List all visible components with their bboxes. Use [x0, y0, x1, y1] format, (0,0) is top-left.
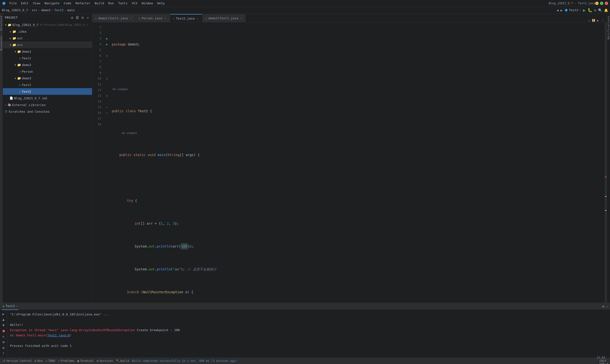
console-at-link[interactable]: Test2.java:8 [47, 334, 70, 337]
run-gear-btn[interactable]: ⚙ [1, 346, 6, 350]
nav-forward-icon[interactable]: ▶ [560, 8, 562, 12]
idea-label: .idea [17, 30, 26, 33]
tree-demo3[interactable]: ▾ 📁 demo3 [3, 75, 92, 81]
code-editor[interactable]: 1 2 3 4 5 6 7 8 9 10 11 12 13 14 15 16 1… [92, 22, 607, 302]
close-button[interactable]: ✕ [605, 2, 608, 5]
run-up-btn[interactable]: ▲ [1, 318, 6, 322]
menu-window[interactable]: Window [140, 1, 155, 5]
tree-demo2[interactable]: ▾ 📁 demo2 [3, 62, 92, 68]
tree-demo3-test1[interactable]: ☕ Test1 [3, 81, 92, 88]
status-crlf[interactable]: CRLF [599, 359, 608, 363]
notification-icon[interactable]: 🔔 [604, 8, 608, 12]
minimize-button[interactable]: — [595, 2, 598, 5]
tab-menu-icon[interactable]: ⋮ [601, 18, 605, 22]
tree-idea[interactable]: ▸ 📁 .idea [3, 28, 92, 35]
tab-person[interactable]: ☕ Person.java ✕ [136, 14, 170, 22]
fold-10[interactable]: ⊟ [105, 76, 109, 81]
run-rerun-btn[interactable]: ↻ [1, 335, 6, 339]
menu-run[interactable]: Run [106, 1, 116, 5]
run-play-button[interactable]: ▶ [583, 8, 586, 13]
settings-icon[interactable]: ⚙ [594, 8, 596, 12]
tab-person-close[interactable]: ✕ [164, 16, 167, 20]
idea-folder-icon: 📁 [13, 30, 16, 33]
tab-demo1-test1[interactable]: ☕ demo1\Test1.java ✕ [92, 14, 136, 22]
nav-back-icon[interactable]: ◀ [557, 8, 558, 12]
menu-edit[interactable]: Edit [19, 1, 30, 5]
fold-6[interactable]: ⊟ [105, 53, 109, 59]
status-terminal[interactable]: ▣ Terminal [77, 359, 94, 363]
sidebar-settings-icon[interactable]: ⚙ [70, 15, 74, 20]
fold-13[interactable]: ⊟ [105, 93, 109, 99]
tree-project-root[interactable]: ▾ 📁 Blog_J2023_9_7 D:\Project\JAVA\Blog_… [3, 21, 92, 28]
sidebar-collapse-icon[interactable]: ⊟ [80, 15, 85, 20]
menu-refactor[interactable]: Refactor [74, 1, 92, 5]
minimize-bottom-icon[interactable]: — [606, 304, 608, 308]
tree-iml[interactable]: 📄 Blog_J2023_9_7.iml [3, 95, 92, 102]
tab-test2[interactable]: ☕ Test2.java ✕ [170, 14, 203, 22]
fold-16[interactable]: ⊢ [105, 110, 109, 116]
tree-test2[interactable]: ☕ Test2 [3, 88, 92, 95]
debug-button[interactable]: 🐛 [588, 8, 592, 13]
run-filter-btn[interactable]: ⊞ [1, 340, 6, 344]
search-icon[interactable]: 🔍 [598, 8, 602, 12]
run-stop-btn[interactable]: ⏹ [1, 329, 6, 333]
menu-view[interactable]: View [31, 1, 42, 5]
menu-help[interactable]: Help [155, 1, 167, 5]
bottom-tab-run[interactable]: ▶ Test2 ✕ [2, 303, 18, 310]
right-notifications-bar: Notifications [607, 14, 610, 302]
menu-tools[interactable]: Tools [116, 1, 130, 5]
person-label: Person [22, 70, 33, 73]
breadcrumb-test2[interactable]: Test2 [54, 8, 64, 12]
status-problems[interactable]: ⚠ Problems [58, 359, 74, 363]
tree-demo1-test1[interactable]: ☕ Test1 [3, 55, 92, 62]
settings-bottom-icon[interactable]: ⚙ [602, 304, 604, 308]
breadcrumb-src[interactable]: src [32, 8, 37, 12]
fold-15[interactable]: ⊢ [105, 104, 109, 110]
run-tab-close[interactable]: ✕ [16, 304, 17, 308]
run-arrow-4[interactable]: ▶ [106, 43, 108, 46]
status-build[interactable]: 🔨 Build [116, 359, 129, 363]
tab-up-icon[interactable]: ▲ [597, 19, 598, 22]
status-vcs-label: Version Control [6, 359, 32, 363]
sidebar-hide-icon[interactable]: ✕ [86, 15, 90, 20]
menu-file[interactable]: File [7, 1, 19, 5]
code-content[interactable]: package demo3; no usages public class Te… [110, 22, 607, 302]
menu-vcs[interactable]: VCS [130, 1, 139, 5]
sidebar-filter-icon[interactable]: ☰ [75, 15, 79, 20]
status-position[interactable]: 11:42 [597, 356, 608, 359]
tab-demo3-test1-close[interactable]: ✕ [239, 16, 243, 20]
tree-src[interactable]: ▾ 📁 src [3, 41, 92, 48]
run-play-btn[interactable]: ▶ [1, 312, 6, 316]
linenum-14: 14 [92, 99, 101, 104]
status-charset[interactable]: UTF-8 [599, 363, 608, 364]
tree-out[interactable]: ▸ 📁 out [3, 35, 92, 41]
iml-icon: 📄 [10, 96, 13, 100]
menu-build[interactable]: Build [93, 1, 106, 5]
status-run[interactable]: ▶ Run [35, 359, 43, 363]
src-folder-expand-icon: ▾ [10, 43, 12, 47]
tab-demo1-test1-close[interactable]: ✕ [130, 16, 133, 20]
tree-demo1[interactable]: ▾ 📁 demo1 [3, 48, 92, 55]
menu-navigate[interactable]: Navigate [43, 1, 62, 5]
tab-demo3-test1[interactable]: ☕ demo3\Test1.java ✕ [202, 14, 246, 22]
tree-external-libs[interactable]: ▸ 📚 External Libraries [3, 102, 92, 108]
tab-test2-close[interactable]: ✕ [196, 17, 199, 20]
run-export-btn[interactable]: ⤴ [1, 351, 6, 355]
status-todo[interactable]: ☑ TODO [46, 359, 55, 363]
run-down-btn[interactable]: ▼ [1, 323, 6, 327]
tree-scratches[interactable]: 🗒 Scratches and Consoles [3, 108, 92, 115]
code-line-5 [112, 175, 607, 181]
maximize-button[interactable]: □ [600, 2, 603, 5]
breadcrumb-demo3[interactable]: demo3 [41, 8, 51, 12]
code-line-1: package demo3; [112, 41, 607, 47]
breadcrumb-main[interactable]: main [67, 8, 75, 12]
tree-person[interactable]: ☕ Person [3, 68, 92, 75]
status-services[interactable]: ⚙ Services [97, 359, 113, 363]
status-vcs[interactable]: ⎇ Version Control [2, 359, 32, 363]
gutter-15: ⊢ [104, 104, 110, 110]
sidebar-title: Project [5, 16, 18, 19]
menu-code[interactable]: Code [62, 1, 73, 5]
run-arrow-3[interactable]: ▶ [106, 37, 108, 40]
breadcrumb-project[interactable]: Blog_J2023_9_7 [2, 8, 28, 12]
out-label: out [17, 37, 23, 40]
